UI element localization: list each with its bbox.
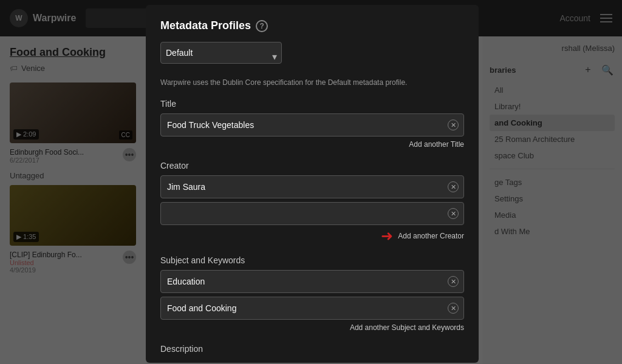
subject-clear-button-1[interactable]: ✕ <box>447 275 459 288</box>
subject-section: Subject and Keywords ✕ ✕ Add another Sub… <box>160 255 464 332</box>
subject-clear-button-2[interactable]: ✕ <box>447 302 459 314</box>
title-section: Title ✕ Add another Title <box>160 99 464 149</box>
creator-input-wrap-1: ✕ <box>160 175 464 198</box>
description-label: Description <box>160 344 464 354</box>
description-section: Description <box>160 344 464 354</box>
subject-input-wrap-1: ✕ <box>160 270 464 293</box>
title-label: Title <box>160 99 464 109</box>
profile-select[interactable]: Default <box>160 42 282 64</box>
red-arrow-icon: ➜ <box>381 229 393 243</box>
add-title-link[interactable]: Add another Title <box>160 140 464 149</box>
creator-input-wrap-2: ✕ <box>160 202 464 225</box>
creator-clear-button-1[interactable]: ✕ <box>447 181 459 193</box>
creator-input-1[interactable] <box>160 175 464 198</box>
creator-clear-button-2[interactable]: ✕ <box>447 207 459 220</box>
profile-select-wrap[interactable]: Default <box>160 42 282 71</box>
profile-description: Warpwire uses the Dublin Core specificat… <box>160 78 464 87</box>
creator-input-2[interactable] <box>160 202 464 225</box>
title-clear-icon: ✕ <box>448 120 459 130</box>
add-creator-link[interactable]: Add another Creator <box>398 232 464 240</box>
modal-title-text: Metadata Profiles <box>160 19 251 32</box>
creator-section: Creator ✕ ✕ ➜ Add another Creator <box>160 161 464 243</box>
title-input[interactable] <box>160 113 464 136</box>
help-icon[interactable]: ? <box>256 20 268 32</box>
subject-input-2[interactable] <box>160 297 464 320</box>
creator-label: Creator <box>160 161 464 170</box>
title-clear-button[interactable]: ✕ <box>447 119 459 131</box>
subject-clear-icon-1: ✕ <box>448 276 459 287</box>
metadata-modal: Metadata Profiles ? Default Warpwire use… <box>146 5 479 363</box>
subject-input-1[interactable] <box>160 270 464 293</box>
subject-label: Subject and Keywords <box>160 255 464 265</box>
creator-clear-icon-1: ✕ <box>448 181 459 192</box>
modal-title-area: Metadata Profiles ? <box>160 19 464 32</box>
creator-clear-icon-2: ✕ <box>448 208 459 219</box>
add-subject-link[interactable]: Add another Subject and Keywords <box>160 323 464 332</box>
creator-add-row: ➜ Add another Creator <box>160 229 464 243</box>
title-input-wrap: ✕ <box>160 113 464 136</box>
subject-input-wrap-2: ✕ <box>160 297 464 320</box>
subject-clear-icon-2: ✕ <box>448 303 459 314</box>
